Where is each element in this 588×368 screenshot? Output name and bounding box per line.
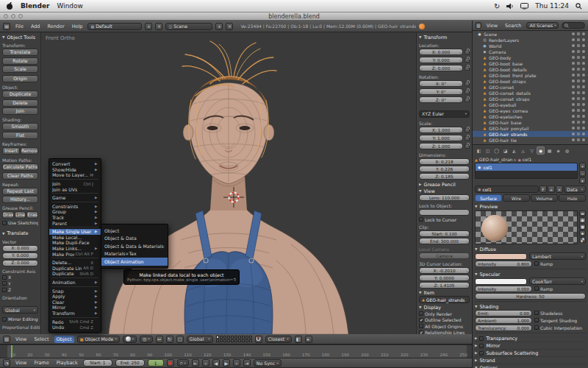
smooth-button[interactable]: Smooth [2,123,38,130]
timeline-menu-frame[interactable]: Frame [32,359,51,367]
material-slot-active[interactable]: ◉ col1 [476,163,577,171]
restrict-toggles[interactable] [572,74,588,77]
restrict-toggles[interactable] [572,85,588,88]
menu-item[interactable]: Move to Layer... M ▶ [49,172,101,178]
context-tab-icon[interactable]: ◭ [510,146,518,155]
cursor-location-field[interactable]: ‹Y: 0.0000› [419,275,470,281]
spotlight-search-icon[interactable] [576,3,582,10]
clip-start-field[interactable]: ‹Start: 0.100› [419,230,470,237]
view3d-menu-select[interactable]: Select [32,336,51,343]
mirror-editing-checkbox[interactable]: Mirror Editing [2,316,38,322]
lock-icon[interactable] [465,98,470,102]
material-type-tab[interactable]: Surface [475,194,502,202]
cursor-location-field[interactable]: ‹X: -0.2010› [419,267,470,274]
collapsed-panel-header[interactable]: ▶ Subsurface Scattering [475,350,586,357]
menu-item[interactable]: Game ▶ [49,195,101,201]
outliner-row[interactable]: ▲ GEO-hair_ponytail [473,125,588,131]
sync-dropdown[interactable]: No Sync▾ [254,359,282,367]
editor-type-icon[interactable]: ▧ [3,336,10,343]
manipulator-translate-button[interactable]: ↔ [156,336,163,343]
diffuse-color-swatch[interactable] [475,253,527,260]
lock-icon[interactable] [465,66,470,71]
specular-ramp-checkbox[interactable]: Ramp [534,286,586,291]
dimension-field[interactable]: ‹Z: 0.185› [419,173,470,180]
collapsed-panel-header[interactable]: ▶ Mirror [475,342,586,350]
outliner-row[interactable]: ▲ GEO-corset_straps [473,96,588,102]
constraint-axis-checkbox[interactable]: X [2,275,38,280]
rotation-mode-dropdown[interactable]: XYZ Euler▾ [419,110,470,118]
context-tab-icon[interactable]: ◍ [563,146,571,155]
location-field[interactable]: ‹X: 0.000› [419,49,463,55]
timeline-menu-view[interactable]: View [13,359,29,367]
restrict-toggles[interactable] [572,138,588,141]
material-type-tab[interactable]: Wire [503,194,530,202]
outliner-row[interactable]: ▲ GEO-boot_details [473,66,588,72]
restrict-toggles[interactable] [572,109,588,112]
restrict-toggles[interactable] [572,103,588,106]
menu-item[interactable]: Transform ▶ [49,311,101,316]
lock-icon[interactable] [465,144,470,149]
collapse-icon[interactable]: ▼ [2,35,4,39]
collapsed-panel-header[interactable]: ▶ Strand [475,357,586,364]
constraint-axis-checkbox[interactable]: Y [2,280,38,286]
context-tab-icon[interactable]: ◯ [492,146,501,155]
context-tab-icon[interactable]: ◉ [537,146,545,155]
restrict-toggles[interactable] [572,68,588,71]
join-button[interactable]: Join [2,107,38,115]
new-material-button[interactable]: + [548,185,555,193]
menu-item[interactable]: Make Local... ▶ [49,235,101,241]
render-opengl-button[interactable]: ◧ [295,336,302,343]
auto-keyframe-record-button[interactable] [167,359,174,367]
collapse-icon[interactable]: ▼ [419,35,421,39]
context-tab-icon[interactable]: ◧ [475,146,483,155]
outliner-row[interactable]: ▲ GEO-eyes_cornea [473,107,588,113]
display-option-checkbox[interactable]: Only Render [419,311,470,316]
menu-render[interactable]: Render [45,23,66,30]
specular-color-swatch[interactable] [475,278,527,285]
add-layout-button[interactable]: + [145,23,152,30]
menu-item[interactable]: Duplicate Linked Alt D ▶ [49,266,101,272]
outliner-menu-search[interactable]: Search [503,22,523,29]
display-option-checkbox[interactable]: All Object Origins [419,323,470,329]
menu-item[interactable]: Duplicate Shift D ▶ [49,271,101,277]
submenu-item[interactable]: Object & Data [101,235,168,243]
active-item-field[interactable]: ▲ GEO-hair_strands [419,296,470,303]
menu-add[interactable]: Add [29,23,43,30]
collapse-icon[interactable]: ▼ [475,272,477,276]
material-type-tab[interactable]: Volume [531,194,558,202]
outliner-row[interactable]: ▲ GEO-hair_strands [473,131,588,137]
render-anim-button[interactable]: ▸ [305,336,312,343]
restrict-toggles[interactable] [572,97,588,100]
specular-intensity-slider[interactable]: Intensity0.050 [475,286,532,292]
outliner-row[interactable]: ▲ GEO-hair_tie [473,137,588,143]
menu-item[interactable]: Undo Cmd Z ▶ [49,325,101,330]
specular-shader-dropdown[interactable]: CookTorr▾ [529,277,586,285]
collapse-icon[interactable]: ▼ [419,189,421,193]
lock-icon[interactable] [465,82,470,86]
scale-button[interactable]: Scale [2,66,38,73]
menu-item[interactable]: Group ▶ [49,209,101,215]
editor-type-icon[interactable]: ◔ [3,359,10,367]
diffuse-shader-dropdown[interactable]: Lambert▾ [529,252,586,260]
calculate-paths-button[interactable]: Calculate Paths [2,163,38,171]
menubar-clock[interactable]: Thu 11:24 [535,2,569,10]
shading-slider[interactable]: Ambient:1.000 [475,317,532,324]
outliner-row[interactable]: ▲ GEO-boot_base [473,60,588,66]
viewport-shading-dropdown[interactable]: ▾ [123,336,137,343]
clear-paths-button[interactable]: Clear Paths [2,172,38,180]
lock-icon[interactable] [465,136,470,141]
remove-slot-button[interactable]: − [579,170,586,177]
frame-start-field[interactable]: ‹Start: 1› [83,359,112,367]
menu-item[interactable]: Make Proxy... Ctrl Alt P ▶ [49,251,101,257]
apple-icon[interactable] [6,1,13,10]
outliner-row[interactable]: ▲ GEO-boot_straps [473,78,588,84]
shading-checkbox[interactable]: Shadeless [534,310,586,316]
dimension-field[interactable]: ‹X: 0.218› [419,158,470,165]
play-reverse-button[interactable]: ◀ [212,359,220,367]
menu-item[interactable]: Delete... X ▶ [49,260,101,266]
collapse-icon[interactable]: ▶ [419,183,421,186]
restrict-toggles[interactable] [572,38,588,41]
window-titlebar[interactable]: blenderella.blend [0,13,588,21]
jump-to-start-button[interactable]: ⇤ [192,359,199,367]
remove-layout-button[interactable]: × [155,23,162,30]
